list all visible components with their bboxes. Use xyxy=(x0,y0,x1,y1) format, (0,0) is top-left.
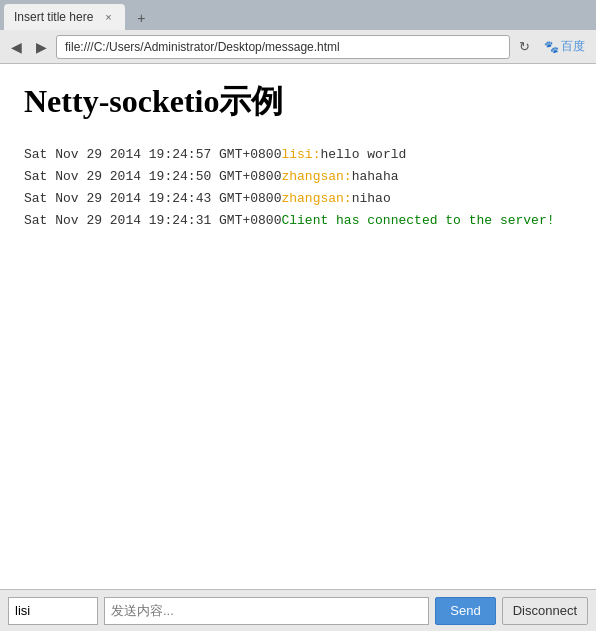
message-user: zhangsan: xyxy=(281,188,351,210)
bottom-bar: Send Disconnect xyxy=(0,589,596,631)
new-tab-button[interactable]: + xyxy=(129,6,153,30)
message-user: Client has connected to the server! xyxy=(281,210,554,232)
message-row: Sat Nov 29 2014 19:24:50 GMT+0800 zhangs… xyxy=(24,166,572,188)
tab-close-icon[interactable]: × xyxy=(101,10,115,24)
refresh-button[interactable]: ↻ xyxy=(514,37,535,56)
forward-button[interactable]: ▶ xyxy=(31,37,52,57)
back-button[interactable]: ◀ xyxy=(6,37,27,57)
nav-bar: ◀ ▶ ↻ 🐾 百度 xyxy=(0,30,596,64)
message-input[interactable] xyxy=(104,597,429,625)
baidu-label: 百度 xyxy=(561,38,585,55)
messages-container: Sat Nov 29 2014 19:24:57 GMT+0800 lisi: … xyxy=(24,144,572,232)
message-row: Sat Nov 29 2014 19:24:31 GMT+0800 Client… xyxy=(24,210,572,232)
page-title: Netty-socketio示例 xyxy=(24,80,572,124)
back-icon: ◀ xyxy=(11,39,22,55)
tab-title: Insert title here xyxy=(14,10,93,24)
forward-icon: ▶ xyxy=(36,39,47,55)
message-row: Sat Nov 29 2014 19:24:43 GMT+0800 zhangs… xyxy=(24,188,572,210)
message-text: hello world xyxy=(320,144,406,166)
message-timestamp: Sat Nov 29 2014 19:24:31 GMT+0800 xyxy=(24,210,281,232)
disconnect-button[interactable]: Disconnect xyxy=(502,597,588,625)
refresh-icon: ↻ xyxy=(519,39,530,54)
message-row: Sat Nov 29 2014 19:24:57 GMT+0800 lisi: … xyxy=(24,144,572,166)
message-timestamp: Sat Nov 29 2014 19:24:43 GMT+0800 xyxy=(24,188,281,210)
username-input[interactable] xyxy=(8,597,98,625)
baidu-paw-icon: 🐾 xyxy=(544,40,559,54)
message-text: hahaha xyxy=(352,166,399,188)
message-user: lisi: xyxy=(281,144,320,166)
send-button[interactable]: Send xyxy=(435,597,495,625)
message-user: zhangsan: xyxy=(281,166,351,188)
message-timestamp: Sat Nov 29 2014 19:24:50 GMT+0800 xyxy=(24,166,281,188)
page-content: Netty-socketio示例 Sat Nov 29 2014 19:24:5… xyxy=(0,64,596,589)
tab-bar: Insert title here × + xyxy=(0,0,596,30)
baidu-button[interactable]: 🐾 百度 xyxy=(539,36,590,57)
message-timestamp: Sat Nov 29 2014 19:24:57 GMT+0800 xyxy=(24,144,281,166)
message-text: nihao xyxy=(352,188,391,210)
address-bar[interactable] xyxy=(56,35,510,59)
active-tab[interactable]: Insert title here × xyxy=(4,4,125,30)
